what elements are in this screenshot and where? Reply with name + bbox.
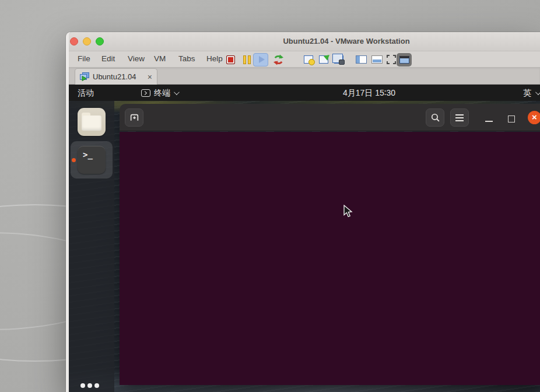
dock-item-files[interactable] xyxy=(78,108,106,136)
gnome-dock: >_ xyxy=(69,101,114,392)
input-method-label: 英 xyxy=(523,85,531,101)
guest-screen: 活动 终端 4月17日 15∶30 英 >_ xyxy=(69,85,540,392)
search-button[interactable] xyxy=(426,108,444,127)
suspend-button[interactable] xyxy=(239,52,254,66)
revert-snapshot-icon xyxy=(319,55,328,64)
terminal-minimize-button[interactable] xyxy=(485,121,493,122)
terminal-app-icon xyxy=(141,89,150,97)
snapshot-manager-icon xyxy=(334,55,343,64)
power-off-button[interactable] xyxy=(223,52,238,66)
hamburger-icon xyxy=(455,114,464,121)
menu-help[interactable]: Help xyxy=(206,54,223,63)
chevron-down-icon xyxy=(535,89,540,95)
menu-vm[interactable]: VM xyxy=(154,54,166,63)
new-tab-icon xyxy=(129,113,139,123)
focused-app-menu[interactable]: 终端 xyxy=(141,85,178,101)
running-indicator-dot xyxy=(72,158,76,162)
vm-tab-label: Ubuntu21.04 xyxy=(93,72,144,81)
vmware-menubar: File Edit View VM Tabs Help xyxy=(69,51,540,67)
menu-view[interactable]: View xyxy=(128,54,145,63)
suspend-icon xyxy=(243,55,251,64)
vm-tab-ubuntu[interactable]: Ubuntu21.04 × xyxy=(75,68,157,85)
reset-button[interactable] xyxy=(271,52,286,66)
vmware-tabbar: Ubuntu21.04 × xyxy=(69,67,540,85)
focused-app-name: 终端 xyxy=(154,85,170,101)
show-library-icon xyxy=(356,55,367,64)
console-view-icon xyxy=(397,53,412,66)
terminal-maximize-button[interactable] xyxy=(508,116,515,123)
play-icon xyxy=(253,53,268,66)
window-title: Ubuntu21.04 - VMware Workstation xyxy=(283,37,409,46)
search-icon xyxy=(430,113,440,123)
macos-traffic-lights xyxy=(70,37,104,46)
mouse-cursor xyxy=(343,205,353,218)
zoom-window-button[interactable] xyxy=(96,37,104,46)
minimize-window-button[interactable] xyxy=(83,37,91,46)
console-view-button-active[interactable] xyxy=(397,52,412,66)
close-window-button[interactable] xyxy=(70,37,78,46)
new-tab-button[interactable] xyxy=(125,108,143,127)
terminal-close-button[interactable]: × xyxy=(528,111,540,124)
terminal-screen[interactable] xyxy=(120,132,540,385)
vmware-titlebar[interactable]: Ubuntu21.04 - VMware Workstation xyxy=(69,32,540,51)
show-applications-button[interactable] xyxy=(80,383,99,388)
snapshot-manager-button[interactable] xyxy=(331,52,346,66)
reset-icon xyxy=(273,54,284,65)
fullscreen-icon xyxy=(387,55,396,64)
menu-tabs[interactable]: Tabs xyxy=(178,54,195,63)
clock-button[interactable]: 4月17日 15∶30 xyxy=(343,85,395,101)
power-off-icon xyxy=(226,55,235,64)
chevron-down-icon xyxy=(174,89,180,95)
gnome-topbar: 活动 终端 4月17日 15∶30 英 xyxy=(69,85,540,101)
take-snapshot-button[interactable] xyxy=(301,52,316,66)
play-button-active[interactable] xyxy=(253,52,268,66)
dock-item-terminal[interactable]: >_ xyxy=(78,146,106,174)
input-method-indicator[interactable]: 英 xyxy=(523,85,539,101)
terminal-headerbar[interactable]: × xyxy=(120,104,540,131)
show-thumbnail-bar-button[interactable] xyxy=(369,52,384,66)
vm-tab-close-icon[interactable]: × xyxy=(148,73,152,81)
vm-powered-on-icon xyxy=(80,72,89,81)
take-snapshot-icon xyxy=(304,55,313,64)
menu-file[interactable]: File xyxy=(78,54,90,63)
activities-button[interactable]: 活动 xyxy=(78,85,94,101)
show-library-button[interactable] xyxy=(353,52,369,66)
vmware-window: Ubuntu21.04 - VMware Workstation File Ed… xyxy=(66,32,540,392)
revert-snapshot-button[interactable] xyxy=(316,52,331,66)
show-thumbnail-bar-icon xyxy=(371,55,383,64)
menu-button[interactable] xyxy=(450,108,469,127)
menu-edit[interactable]: Edit xyxy=(101,54,115,63)
terminal-window: × xyxy=(120,104,540,385)
